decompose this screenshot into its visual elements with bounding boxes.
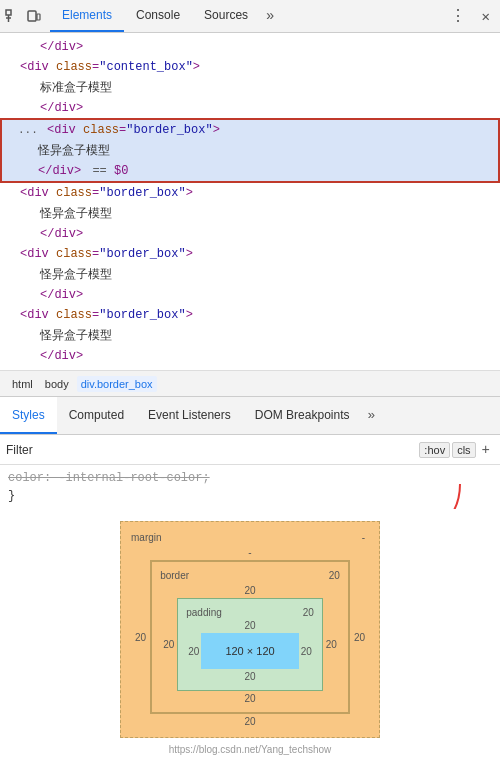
margin-right-val: 20 [350, 632, 369, 643]
tab-console[interactable]: Console [124, 0, 192, 32]
border-left-val: 20 [160, 639, 177, 650]
watermark: https://blog.csdn.net/Yang_techshow [169, 744, 332, 755]
box-model-section: margin - - 20 border 20 20 [0, 509, 500, 757]
css-property: color: -internal-root-color; [8, 471, 210, 485]
margin-top-val: - [131, 547, 369, 558]
tag-text: </div> [40, 40, 83, 54]
toolbar-icons [4, 8, 42, 24]
box-model-diagram: margin - - 20 border 20 20 [120, 521, 380, 738]
html-line: </div> [0, 346, 500, 366]
margin-left-val: 20 [131, 632, 150, 643]
devtools-toolbar: Elements Console Sources » ⋮ ✕ [0, 0, 500, 33]
breadcrumb-body[interactable]: body [41, 376, 73, 392]
border-val-top: 20 [329, 570, 340, 581]
tab-styles[interactable]: Styles [0, 397, 57, 434]
html-line: <div class="border_box"> [0, 183, 500, 203]
device-icon[interactable] [26, 8, 42, 24]
toolbar-tabs: Elements Console Sources » [50, 0, 281, 32]
html-line: </div> [0, 224, 500, 244]
padding-top-center: 20 [186, 620, 314, 631]
html-line: </div> [0, 37, 500, 57]
tab-event-listeners[interactable]: Event Listeners [136, 397, 243, 434]
box-padding: padding 20 20 20 120 × 120 20 [177, 598, 323, 691]
filter-label: Filter [6, 443, 419, 457]
padding-val-top: 20 [303, 607, 314, 618]
margin-label: margin [131, 532, 162, 543]
margin-bottom-val: 20 [131, 716, 369, 727]
inspect-icon[interactable] [4, 8, 20, 24]
padding-middle-row: 20 120 × 120 20 [186, 633, 314, 669]
breadcrumb-active[interactable]: div.border_box [77, 376, 157, 392]
html-line: <div class="border_box"> [0, 305, 500, 325]
padding-label: padding [186, 607, 222, 618]
selected-text-line: 怪异盒子模型 [0, 140, 500, 161]
html-line: </div> [0, 98, 500, 118]
svg-rect-0 [6, 10, 11, 15]
border-right-val: 20 [323, 639, 340, 650]
panel-tabs: Styles Computed Event Listeners DOM Brea… [0, 397, 500, 435]
html-line: <div class="content_box"> [0, 57, 500, 77]
tab-elements[interactable]: Elements [50, 0, 124, 32]
html-line: 标准盒子模型 [0, 77, 500, 98]
html-line: 怪异盒子模型 [0, 203, 500, 224]
border-top-center: 20 [160, 585, 340, 596]
filter-cls-btn[interactable]: cls [452, 442, 475, 458]
padding-left-val: 20 [186, 646, 201, 657]
toolbar-menu-btn[interactable]: ⋮ [444, 6, 472, 26]
selected-html-line[interactable]: ... <div class="border_box"> [0, 118, 500, 140]
margin-middle-row: 20 border 20 20 20 p [131, 560, 369, 714]
tab-dom-breakpoints[interactable]: DOM Breakpoints [243, 397, 362, 434]
box-border: border 20 20 20 padding 20 [150, 560, 350, 714]
filter-hov-btn[interactable]: :hov [419, 442, 450, 458]
html-line: 怪异盒子模型 [0, 325, 500, 346]
filter-buttons: :hov cls + [419, 442, 494, 458]
toolbar-more-btn[interactable]: » [260, 0, 280, 32]
content-size: 120 × 120 [225, 645, 274, 657]
panel-tab-more-btn[interactable]: » [361, 397, 381, 434]
filter-add-btn[interactable]: + [478, 442, 494, 458]
border-label: border [160, 570, 189, 581]
selected-close-line: </div> == $0 [0, 161, 500, 183]
margin-dash-val: - [362, 532, 369, 543]
border-bottom-center: 20 [160, 693, 340, 704]
svg-rect-3 [28, 11, 36, 21]
html-line: </div> [0, 285, 500, 305]
element-text: 标准盒子模型 [40, 80, 112, 94]
breadcrumb: html body div.border_box [0, 371, 500, 397]
toolbar-close-btn[interactable]: ✕ [476, 8, 496, 25]
svg-rect-4 [37, 14, 40, 20]
filter-bar: Filter :hov cls + [0, 435, 500, 465]
border-middle-row: 20 padding 20 20 20 [160, 598, 340, 691]
html-line: <div class="border_box"> [0, 244, 500, 264]
html-line: 怪异盒子模型 [0, 264, 500, 285]
box-margin: margin - - 20 border 20 20 [120, 521, 380, 738]
padding-right-val: 20 [299, 646, 314, 657]
breadcrumb-html[interactable]: html [8, 376, 37, 392]
elements-panel: </div> <div class="content_box"> 标准盒子模型 … [0, 33, 500, 371]
tab-computed[interactable]: Computed [57, 397, 136, 434]
toolbar-end: ⋮ ✕ [444, 6, 496, 26]
box-content: 120 × 120 [201, 633, 298, 669]
css-closing-brace: } [8, 489, 15, 503]
tab-sources[interactable]: Sources [192, 0, 260, 32]
padding-bottom-val: 20 [186, 671, 314, 682]
